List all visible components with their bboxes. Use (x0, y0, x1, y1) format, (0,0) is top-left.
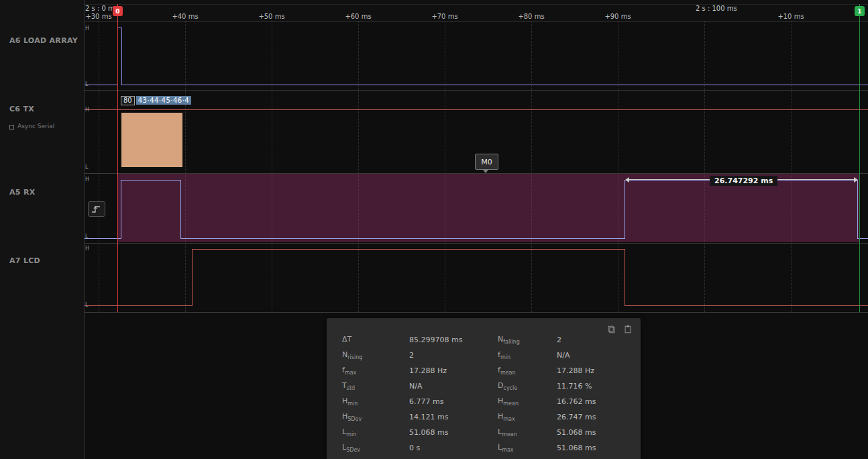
divider (0, 4, 868, 5)
measurement-row: Tstd N/A Dcycle 11.716 % (342, 378, 631, 394)
metric-label: fmin (498, 350, 557, 360)
level-low-label: L (85, 234, 88, 240)
metric-value: 2 (409, 351, 498, 360)
measurement-row: Hmin 6.777 ms Hmean 16.762 ms (342, 394, 631, 409)
metric-value: 14.121 ms (409, 413, 498, 421)
metric-label: Lmin (342, 427, 409, 438)
timing-marker-m0-pointer (482, 169, 489, 173)
channel-sidebar: A6 LOAD ARRAY C6 TX Async Serial A5 RX A… (0, 0, 85, 459)
metric-label: Dcycle (498, 381, 557, 391)
a7-waveform-trace (84, 250, 868, 306)
metric-label: Hmax (498, 412, 557, 422)
metric-value: 26.747 ms (557, 413, 631, 421)
measure-arrow-left-icon (625, 177, 629, 183)
measurement-row: HSDev 14.121 ms Hmax 26.747 ms (342, 409, 631, 425)
metric-value: 17.288 Hz (557, 366, 631, 375)
measure-arrow-right-icon (854, 177, 858, 183)
metric-value: 2 (557, 336, 631, 344)
metric-label: Tstd (342, 381, 409, 391)
metric-value: 51.068 ms (557, 444, 631, 452)
trigger-marker-badge[interactable]: 0 (113, 6, 123, 16)
measurement-row: Lmin 51.068 ms Lmean 51.068 ms (342, 425, 631, 440)
level-low-label: L (85, 81, 88, 87)
a5-waveform-trace (84, 181, 868, 239)
sidebar-item-a7-lcd[interactable]: A7 LCD (9, 256, 40, 265)
sidebar-item-a6-load-array[interactable]: A6 LOAD ARRAY (9, 36, 78, 45)
sidebar-item-c6-tx[interactable]: C6 TX (9, 105, 34, 113)
a6-waveform-trace (84, 28, 868, 85)
measurement-row: fmax 17.288 Hz fmean 17.288 Hz (342, 363, 631, 378)
metric-label: ΔT (342, 335, 409, 345)
metric-value: N/A (557, 351, 631, 360)
metric-label: Lmean (498, 427, 557, 438)
divider (0, 90, 868, 91)
measure-span-label[interactable]: 26.747292 ms (710, 176, 777, 186)
analyzer-icon (9, 125, 14, 130)
metric-value: 51.068 ms (557, 428, 631, 437)
decoded-selected-bytes: 43·44·45·46·4 (136, 96, 191, 105)
metric-label: HSDev (342, 412, 409, 422)
divider (0, 312, 868, 313)
metric-value: 6.777 ms (409, 397, 498, 406)
metric-label: Hmean (498, 397, 557, 407)
metric-label: Lmax (498, 443, 557, 453)
sidebar-item-a5-rx[interactable]: A5 RX (9, 188, 35, 197)
metric-label: Hmin (342, 397, 409, 407)
metric-value: 17.288 Hz (409, 366, 498, 375)
metric-value: 16.762 ms (557, 397, 631, 406)
end-marker-line (859, 4, 860, 312)
level-low-label: L (85, 302, 88, 308)
metric-value: 85.299708 ms (409, 336, 498, 344)
measurement-table: ΔT 85.299708 ms Nfalling 2 Nrising 2 fmi… (342, 332, 631, 456)
metric-label: Nfalling (498, 335, 557, 345)
metric-value: 51.068 ms (409, 428, 498, 437)
metric-value: 11.716 % (557, 382, 631, 391)
metric-value: 0 s (409, 444, 498, 452)
end-marker-badge[interactable]: 1 (855, 6, 865, 16)
logic-analyzer-screen: 2 s : 0 ms 2 s : 100 ms +30 ms +40 ms +5… (0, 0, 868, 459)
metric-label: LSDev (342, 443, 409, 453)
metric-label: fmax (342, 366, 409, 376)
measurement-row: Nrising 2 fmin N/A (342, 348, 631, 363)
decoded-first-byte: 80 (121, 96, 135, 105)
timing-marker-m0[interactable]: M0 (475, 154, 498, 170)
divider (0, 243, 868, 244)
measurement-panel: ΔT 85.299708 ms Nfalling 2 Nrising 2 fmi… (327, 318, 641, 459)
trigger-rising-edge-icon[interactable] (88, 201, 105, 217)
level-high-label: H (85, 107, 89, 113)
metric-value: N/A (409, 382, 498, 391)
metric-label: Nrising (342, 350, 409, 360)
level-high-label: H (85, 26, 89, 32)
divider (0, 21, 868, 21)
analyzer-label[interactable]: Async Serial (17, 123, 54, 130)
trigger-marker-line (117, 4, 118, 312)
level-low-label: L (85, 164, 88, 170)
metric-label: fmean (498, 366, 557, 376)
measurement-row: ΔT 85.299708 ms Nfalling 2 (342, 332, 631, 348)
decoded-bytes-annotation[interactable]: 80 43·44·45·46·4 (121, 95, 191, 105)
level-high-label: H (85, 176, 89, 183)
measurement-row: LSDev 0 s Lmax 51.068 ms (342, 440, 631, 456)
divider (0, 173, 868, 174)
level-high-label: H (85, 246, 89, 252)
